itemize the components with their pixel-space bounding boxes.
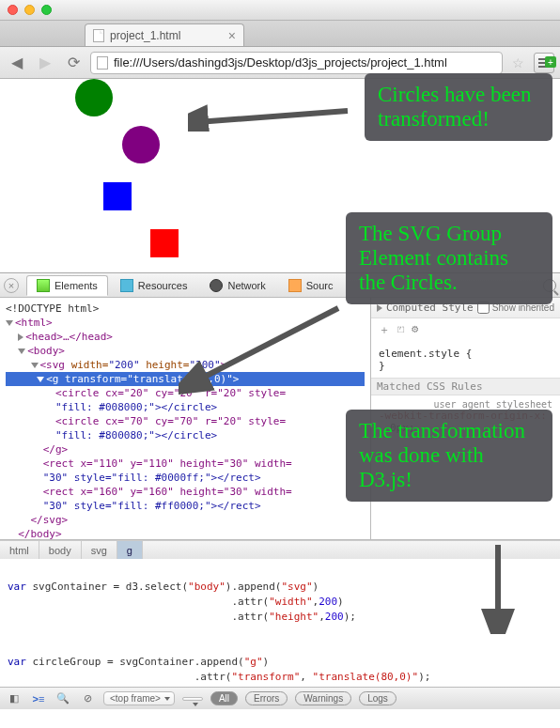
filter-warnings[interactable]: Warnings	[295, 691, 351, 705]
resources-label: Resources	[138, 280, 188, 291]
crumb-body[interactable]: body	[39, 541, 82, 559]
zoom-window-button[interactable]	[41, 5, 52, 15]
ua-stylesheet-label: user agent stylesheet	[379, 399, 552, 410]
resources-icon	[120, 279, 133, 292]
forward-button[interactable]: ▶	[34, 52, 56, 74]
dom-rect2[interactable]: <rect x="160" y="160" height="30" width=	[43, 486, 292, 498]
annotation-1: Circles have been transformed!	[365, 73, 552, 141]
elements-tab[interactable]: Elements	[26, 275, 108, 296]
sources-tab[interactable]: Sourc	[278, 275, 344, 296]
crumb-html[interactable]: html	[0, 541, 39, 559]
dom-rect1[interactable]: <rect x="110" y="110" height="30" width=	[43, 457, 292, 470]
close-window-button[interactable]	[8, 5, 18, 15]
back-button[interactable]: ◀	[6, 52, 28, 74]
browser-tabstrip: project_1.html ×	[0, 21, 560, 47]
circle-green	[75, 79, 113, 116]
console-toggle[interactable]: >≡	[30, 690, 47, 707]
annotation-arrow-2	[179, 301, 348, 395]
dock-button[interactable]: ◧	[6, 690, 23, 707]
dom-body[interactable]: <body>	[27, 345, 65, 357]
page-icon	[97, 56, 108, 70]
resources-tab[interactable]: Resources	[110, 275, 198, 296]
filter-all[interactable]: All	[210, 691, 238, 705]
annotation-arrow-1	[188, 94, 357, 132]
dom-circle2[interactable]: <circle cx="70" cy="70" r="20" style=	[55, 415, 286, 427]
window-titlebar	[0, 0, 560, 21]
inspect-button[interactable]: 🔍	[54, 690, 71, 707]
annotation-arrow-3	[470, 540, 526, 634]
styles-toolbar: ＋ ⏍ ⚙	[371, 318, 560, 342]
minimize-window-button[interactable]	[24, 5, 35, 15]
frame-selector-2[interactable]	[182, 697, 203, 701]
new-rule-icon[interactable]: ＋	[379, 322, 390, 338]
dom-head[interactable]: <head>…</head>	[25, 331, 113, 343]
devtools-close-button[interactable]: ×	[4, 278, 19, 293]
element-style-rule[interactable]: element.style {	[379, 348, 552, 360]
filter-errors[interactable]: Errors	[245, 691, 288, 705]
svg-line-0	[197, 111, 348, 122]
sources-label: Sourc	[306, 280, 334, 291]
file-icon	[93, 29, 104, 42]
circle-purple	[122, 126, 160, 163]
svg-line-1	[197, 308, 338, 380]
annotation-2: The SVG Group Element contains the Circl…	[346, 212, 552, 304]
sources-icon	[288, 279, 302, 292]
url-text: file:///Users/dashingd3js/Desktop/d3js_p…	[114, 55, 447, 70]
clear-button[interactable]: ⊘	[79, 690, 96, 707]
address-bar[interactable]: file:///Users/dashingd3js/Desktop/d3js_p…	[90, 52, 503, 74]
matched-rules-header: Matched CSS Rules	[371, 378, 560, 395]
tab-title: project_1.html	[110, 29, 180, 42]
annotation-3: The transformation was done with D3.js!	[346, 410, 552, 502]
network-tab[interactable]: Network	[199, 275, 275, 296]
network-label: Network	[227, 280, 265, 291]
crumb-svg[interactable]: svg	[82, 541, 117, 559]
dom-html[interactable]: <html>	[15, 317, 53, 329]
tab-close-icon[interactable]: ×	[228, 28, 236, 43]
rendered-svg	[0, 79, 188, 267]
extension-badge[interactable]: +	[545, 56, 556, 68]
dom-doctype: <!DOCTYPE html>	[6, 302, 99, 315]
frame-selector[interactable]: <top frame>	[103, 691, 175, 705]
network-icon	[210, 279, 223, 292]
elements-icon	[37, 279, 50, 292]
bookmark-icon[interactable]: ☆	[512, 55, 524, 70]
devtools-statusbar: ◧ >≡ 🔍 ⊘ <top frame> All Errors Warnings…	[0, 687, 560, 709]
rect-red	[150, 229, 179, 257]
crumb-g[interactable]: g	[117, 541, 143, 559]
toggle-state-icon[interactable]: ⏍	[397, 322, 404, 338]
rect-blue	[103, 182, 132, 210]
reload-button[interactable]: ⟳	[62, 52, 85, 74]
elements-label: Elements	[54, 280, 98, 291]
filter-logs[interactable]: Logs	[359, 691, 397, 705]
svg-group	[75, 79, 160, 163]
browser-tab[interactable]: project_1.html ×	[85, 23, 244, 46]
settings-icon[interactable]: ⚙	[412, 322, 418, 338]
